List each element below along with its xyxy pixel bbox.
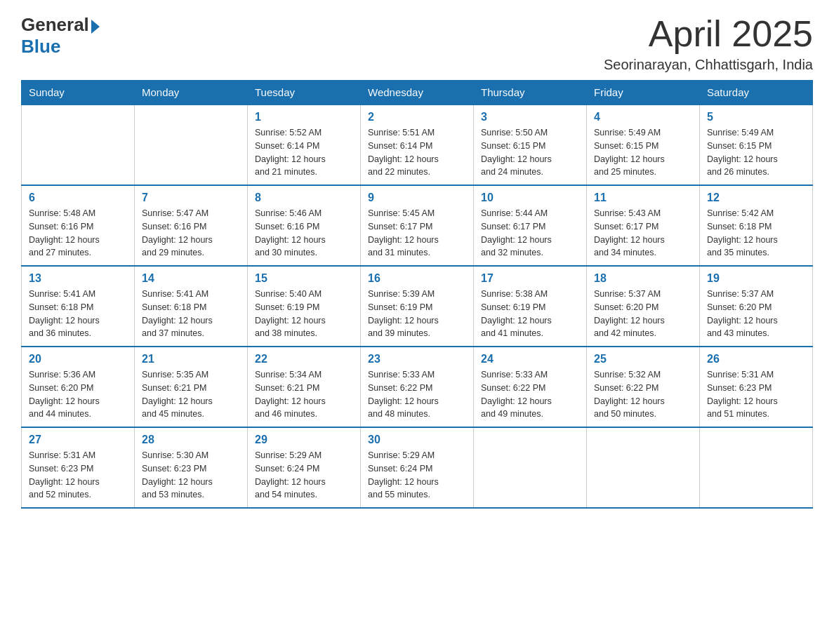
day-info: Sunrise: 5:35 AM Sunset: 6:21 PM Dayligh…: [142, 368, 240, 421]
day-number: 13: [29, 272, 127, 285]
day-number: 24: [481, 353, 579, 365]
day-number: 15: [255, 272, 353, 285]
day-info: Sunrise: 5:29 AM Sunset: 6:24 PM Dayligh…: [255, 449, 353, 502]
day-number: 25: [594, 353, 692, 365]
day-info: Sunrise: 5:44 AM Sunset: 6:17 PM Dayligh…: [481, 207, 579, 260]
day-number: 4: [594, 111, 692, 123]
day-info: Sunrise: 5:37 AM Sunset: 6:20 PM Dayligh…: [707, 288, 805, 340]
day-info: Sunrise: 5:49 AM Sunset: 6:15 PM Dayligh…: [594, 126, 692, 179]
calendar-day-cell: [474, 427, 587, 508]
day-info: Sunrise: 5:29 AM Sunset: 6:24 PM Dayligh…: [368, 449, 466, 502]
calendar-day-cell: 10Sunrise: 5:44 AM Sunset: 6:17 PM Dayli…: [474, 185, 587, 266]
day-info: Sunrise: 5:47 AM Sunset: 6:16 PM Dayligh…: [142, 207, 240, 260]
calendar-day-cell: 5Sunrise: 5:49 AM Sunset: 6:15 PM Daylig…: [700, 105, 813, 185]
calendar-day-cell: [700, 427, 813, 508]
day-number: 7: [142, 192, 240, 204]
day-number: 26: [707, 353, 805, 365]
calendar-day-cell: 23Sunrise: 5:33 AM Sunset: 6:22 PM Dayli…: [361, 347, 474, 427]
day-info: Sunrise: 5:40 AM Sunset: 6:19 PM Dayligh…: [255, 288, 353, 340]
calendar-day-cell: 25Sunrise: 5:32 AM Sunset: 6:22 PM Dayli…: [587, 347, 700, 427]
day-number: 29: [255, 434, 353, 446]
calendar-day-cell: 14Sunrise: 5:41 AM Sunset: 6:18 PM Dayli…: [135, 266, 248, 347]
calendar-week-row: 1Sunrise: 5:52 AM Sunset: 6:14 PM Daylig…: [22, 105, 813, 185]
day-number: 21: [142, 353, 240, 365]
day-number: 22: [255, 353, 353, 365]
day-number: 2: [368, 111, 466, 123]
calendar-day-cell: 9Sunrise: 5:45 AM Sunset: 6:17 PM Daylig…: [361, 185, 474, 266]
calendar-day-header: Tuesday: [248, 81, 361, 105]
day-number: 1: [255, 111, 353, 123]
day-number: 17: [481, 272, 579, 285]
calendar-day-cell: 21Sunrise: 5:35 AM Sunset: 6:21 PM Dayli…: [135, 347, 248, 427]
calendar-day-cell: 24Sunrise: 5:33 AM Sunset: 6:22 PM Dayli…: [474, 347, 587, 427]
calendar-day-cell: 28Sunrise: 5:30 AM Sunset: 6:23 PM Dayli…: [135, 427, 248, 508]
calendar-day-cell: 3Sunrise: 5:50 AM Sunset: 6:15 PM Daylig…: [474, 105, 587, 185]
calendar-day-cell: [587, 427, 700, 508]
calendar-day-cell: [22, 105, 135, 185]
day-number: 8: [255, 192, 353, 204]
calendar-day-cell: 15Sunrise: 5:40 AM Sunset: 6:19 PM Dayli…: [248, 266, 361, 347]
day-number: 12: [707, 192, 805, 204]
logo-arrow-icon: [91, 20, 100, 34]
calendar-day-cell: 4Sunrise: 5:49 AM Sunset: 6:15 PM Daylig…: [587, 105, 700, 185]
calendar-day-cell: 6Sunrise: 5:48 AM Sunset: 6:16 PM Daylig…: [22, 185, 135, 266]
day-number: 30: [368, 434, 466, 446]
day-info: Sunrise: 5:39 AM Sunset: 6:19 PM Dayligh…: [368, 288, 466, 340]
calendar-day-cell: 16Sunrise: 5:39 AM Sunset: 6:19 PM Dayli…: [361, 266, 474, 347]
day-info: Sunrise: 5:30 AM Sunset: 6:23 PM Dayligh…: [142, 449, 240, 502]
calendar-day-cell: 17Sunrise: 5:38 AM Sunset: 6:19 PM Dayli…: [474, 266, 587, 347]
calendar-day-header: Sunday: [22, 81, 135, 105]
title-area: April 2025 Seorinarayan, Chhattisgarh, I…: [604, 14, 813, 73]
day-info: Sunrise: 5:32 AM Sunset: 6:22 PM Dayligh…: [594, 368, 692, 421]
day-number: 18: [594, 272, 692, 285]
day-number: 5: [707, 111, 805, 123]
calendar-week-row: 27Sunrise: 5:31 AM Sunset: 6:23 PM Dayli…: [22, 427, 813, 508]
day-info: Sunrise: 5:45 AM Sunset: 6:17 PM Dayligh…: [368, 207, 466, 260]
day-info: Sunrise: 5:31 AM Sunset: 6:23 PM Dayligh…: [707, 368, 805, 421]
logo-general-text: General: [21, 14, 89, 36]
day-number: 23: [368, 353, 466, 365]
location-title: Seorinarayan, Chhattisgarh, India: [604, 57, 813, 73]
calendar-day-header: Saturday: [700, 81, 813, 105]
calendar-day-cell: 30Sunrise: 5:29 AM Sunset: 6:24 PM Dayli…: [361, 427, 474, 508]
calendar-day-cell: 7Sunrise: 5:47 AM Sunset: 6:16 PM Daylig…: [135, 185, 248, 266]
calendar-week-row: 6Sunrise: 5:48 AM Sunset: 6:16 PM Daylig…: [22, 185, 813, 266]
day-number: 3: [481, 111, 579, 123]
calendar-day-cell: 20Sunrise: 5:36 AM Sunset: 6:20 PM Dayli…: [22, 347, 135, 427]
calendar-day-header: Thursday: [474, 81, 587, 105]
day-info: Sunrise: 5:42 AM Sunset: 6:18 PM Dayligh…: [707, 207, 805, 260]
day-number: 14: [142, 272, 240, 285]
day-info: Sunrise: 5:34 AM Sunset: 6:21 PM Dayligh…: [255, 368, 353, 421]
logo: General Blue: [21, 14, 100, 58]
page-header: General Blue April 2025 Seorinarayan, Ch…: [21, 14, 813, 73]
day-info: Sunrise: 5:51 AM Sunset: 6:14 PM Dayligh…: [368, 126, 466, 179]
day-info: Sunrise: 5:43 AM Sunset: 6:17 PM Dayligh…: [594, 207, 692, 260]
day-info: Sunrise: 5:52 AM Sunset: 6:14 PM Dayligh…: [255, 126, 353, 179]
day-info: Sunrise: 5:31 AM Sunset: 6:23 PM Dayligh…: [29, 449, 127, 502]
calendar-week-row: 13Sunrise: 5:41 AM Sunset: 6:18 PM Dayli…: [22, 266, 813, 347]
day-number: 11: [594, 192, 692, 204]
day-info: Sunrise: 5:41 AM Sunset: 6:18 PM Dayligh…: [142, 288, 240, 340]
day-number: 19: [707, 272, 805, 285]
month-title: April 2025: [604, 14, 813, 54]
calendar-day-header: Monday: [135, 81, 248, 105]
day-info: Sunrise: 5:41 AM Sunset: 6:18 PM Dayligh…: [29, 288, 127, 340]
day-info: Sunrise: 5:33 AM Sunset: 6:22 PM Dayligh…: [481, 368, 579, 421]
day-number: 28: [142, 434, 240, 446]
calendar-day-cell: 27Sunrise: 5:31 AM Sunset: 6:23 PM Dayli…: [22, 427, 135, 508]
calendar-day-cell: 19Sunrise: 5:37 AM Sunset: 6:20 PM Dayli…: [700, 266, 813, 347]
day-info: Sunrise: 5:49 AM Sunset: 6:15 PM Dayligh…: [707, 126, 805, 179]
calendar-week-row: 20Sunrise: 5:36 AM Sunset: 6:20 PM Dayli…: [22, 347, 813, 427]
day-info: Sunrise: 5:38 AM Sunset: 6:19 PM Dayligh…: [481, 288, 579, 340]
calendar-day-cell: 8Sunrise: 5:46 AM Sunset: 6:16 PM Daylig…: [248, 185, 361, 266]
day-info: Sunrise: 5:33 AM Sunset: 6:22 PM Dayligh…: [368, 368, 466, 421]
calendar-day-cell: 1Sunrise: 5:52 AM Sunset: 6:14 PM Daylig…: [248, 105, 361, 185]
day-number: 16: [368, 272, 466, 285]
calendar-day-cell: 12Sunrise: 5:42 AM Sunset: 6:18 PM Dayli…: [700, 185, 813, 266]
logo-blue-text: Blue: [21, 36, 100, 58]
day-number: 10: [481, 192, 579, 204]
calendar-day-cell: 18Sunrise: 5:37 AM Sunset: 6:20 PM Dayli…: [587, 266, 700, 347]
day-number: 27: [29, 434, 127, 446]
calendar-day-cell: [135, 105, 248, 185]
calendar-day-cell: 26Sunrise: 5:31 AM Sunset: 6:23 PM Dayli…: [700, 347, 813, 427]
